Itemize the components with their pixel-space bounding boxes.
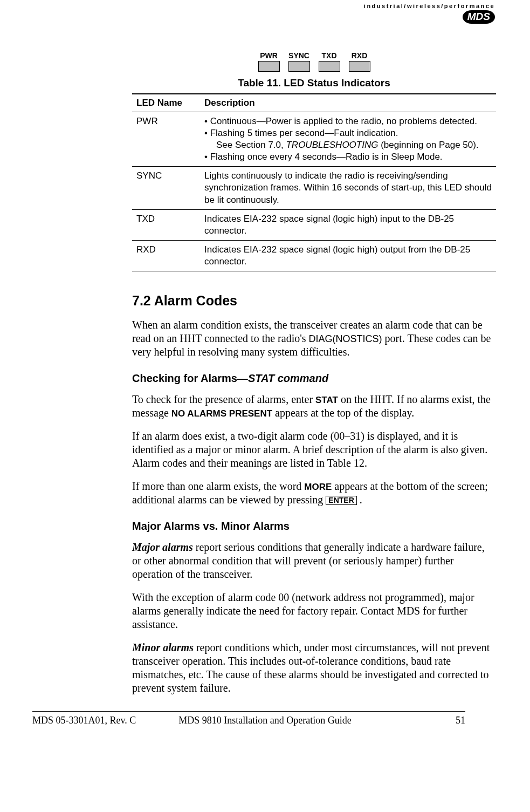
- page-footer: MDS 05-3301A01, Rev. C MDS 9810 Installa…: [32, 711, 465, 737]
- led-rxd: RXD: [346, 51, 374, 72]
- brand-header: industrial/wireless/performance MDS: [364, 3, 495, 24]
- cell-desc: Indicates EIA-232 space signal (logic hi…: [200, 240, 496, 271]
- brand-tagline: industrial/wireless/performance: [364, 3, 495, 9]
- led-status-table: LED Name Description PWR • Continuous—Po…: [132, 93, 496, 271]
- led-sync-label: SYNC: [285, 51, 313, 60]
- content-column: PWR SYNC TXD RXD Table 11. LED Status In…: [132, 0, 496, 695]
- led-figure: PWR SYNC TXD RXD: [255, 51, 374, 72]
- enter-key-icon: ENTER: [326, 496, 356, 505]
- th-description: Description: [200, 94, 496, 112]
- led-rxd-label: RXD: [346, 51, 374, 60]
- table-row: PWR • Continuous—Power is applied to the…: [132, 112, 496, 167]
- paragraph-stat-3: If more than one alarm exists, the word …: [132, 480, 496, 507]
- table-row: SYNC Lights continuously to indicate the…: [132, 167, 496, 209]
- th-led-name: LED Name: [132, 94, 200, 112]
- cell-desc: Lights continuously to indicate the radi…: [200, 167, 496, 209]
- cell-desc: Indicates EIA-232 space signal (logic hi…: [200, 209, 496, 240]
- page: industrial/wireless/performance MDS PWR …: [0, 0, 530, 737]
- led-txd-label: TXD: [315, 51, 343, 60]
- led-txd-box: [319, 61, 340, 72]
- led-sync-box: [288, 61, 310, 72]
- cell-led-name: RXD: [132, 240, 200, 271]
- led-txd: TXD: [315, 51, 343, 72]
- paragraph-major-2: With the exception of alarm code 00 (net…: [132, 591, 496, 631]
- cell-led-name: TXD: [132, 209, 200, 240]
- led-pwr-label: PWR: [255, 51, 283, 60]
- footer-left: MDS 05-3301A01, Rev. C: [32, 715, 136, 726]
- led-pwr: PWR: [255, 51, 283, 72]
- paragraph-minor-1: Minor alarms report conditions which, un…: [132, 641, 496, 695]
- mds-logo: MDS: [463, 10, 495, 24]
- table-row: RXD Indicates EIA-232 space signal (logi…: [132, 240, 496, 271]
- led-sync: SYNC: [285, 51, 313, 72]
- footer-right: 51: [456, 715, 465, 726]
- paragraph-major-1: Major alarms report serious conditions t…: [132, 541, 496, 581]
- led-pwr-box: [258, 61, 280, 72]
- footer-center: MDS 9810 Installation and Operation Guid…: [178, 715, 351, 726]
- heading-checking-alarms: Checking for Alarms—STAT command: [132, 372, 496, 385]
- table-caption: Table 11. LED Status Indicators: [132, 77, 496, 89]
- paragraph-stat-2: If an alarm does exist, a two-digit alar…: [132, 429, 496, 470]
- cell-led-name: PWR: [132, 112, 200, 167]
- cell-led-name: SYNC: [132, 167, 200, 209]
- heading-major-minor: Major Alarms vs. Minor Alarms: [132, 520, 496, 533]
- table-row: TXD Indicates EIA-232 space signal (logi…: [132, 209, 496, 240]
- paragraph-intro: When an alarm condition exists, the tran…: [132, 318, 496, 359]
- led-rxd-box: [349, 61, 370, 72]
- cell-desc: • Continuous—Power is applied to the rad…: [200, 112, 496, 167]
- paragraph-stat-1: To check for the presence of alarms, ent…: [132, 393, 496, 420]
- heading-7-2: 7.2 Alarm Codes: [132, 293, 496, 309]
